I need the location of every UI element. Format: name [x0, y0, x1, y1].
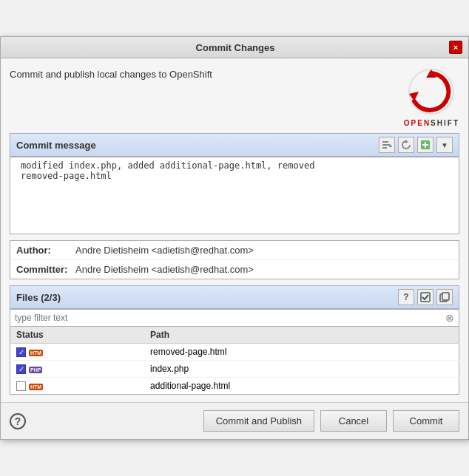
dialog-footer: ? Commit and Publish Cancel Commit [1, 402, 468, 439]
file-path: removed-page.html [144, 344, 459, 361]
commit-publish-button[interactable]: Commit and Publish [203, 410, 314, 432]
dropdown-icon[interactable]: ▼ [436, 137, 453, 153]
svg-rect-3 [382, 141, 388, 143]
committer-row: Committer: Andre Dietisheim <adietish@re… [10, 260, 459, 279]
format-icon[interactable] [379, 137, 395, 153]
add-file-icon[interactable] [417, 137, 433, 153]
files-table-header: Status Path [10, 327, 459, 344]
author-label: Author: [16, 245, 75, 256]
commit-message-toolbar: ▼ [379, 137, 453, 153]
help-button[interactable]: ? [10, 413, 26, 429]
svg-rect-13 [442, 293, 449, 300]
cancel-button[interactable]: Cancel [320, 410, 387, 432]
commit-message-textarea[interactable] [10, 157, 459, 234]
committer-label: Committer: [16, 264, 75, 275]
help-files-icon[interactable]: ? [398, 289, 414, 305]
path-column-header: Path [144, 327, 459, 344]
svg-rect-4 [382, 144, 390, 146]
file-checkbox[interactable] [16, 347, 26, 357]
file-checkbox[interactable] [16, 364, 26, 374]
openshift-logo: OPENSHIFT [404, 66, 459, 127]
file-status-cell: HTM [10, 378, 145, 395]
files-table: Status Path HTMremoved-page.htmlPHPindex… [10, 326, 459, 395]
check-all-icon[interactable] [417, 289, 433, 305]
footer-left: ? [10, 413, 26, 429]
filter-input[interactable] [15, 313, 445, 323]
footer-buttons: Commit and Publish Cancel Commit [203, 410, 459, 432]
file-path: index.php [144, 361, 459, 378]
file-status-cell: PHP [10, 361, 145, 378]
files-section: Files (2/3) ? ⊗ Status [10, 285, 459, 395]
author-section: Author: Andre Dietisheim <adietish@redha… [10, 240, 459, 279]
openshift-icon [405, 66, 457, 118]
close-button[interactable]: × [449, 41, 462, 54]
title-bar: Commit Changes × [1, 37, 468, 58]
file-checkbox[interactable] [16, 381, 26, 391]
revert-icon[interactable] [398, 137, 414, 153]
files-label: Files (2/3) [16, 292, 61, 303]
svg-rect-10 [422, 144, 428, 146]
author-value: Andre Dietisheim <adietish@redhat.com> [75, 245, 254, 256]
commit-message-container: ● [10, 157, 459, 234]
author-row: Author: Andre Dietisheim <adietish@redha… [10, 241, 459, 260]
clear-filter-icon[interactable]: ⊗ [445, 312, 454, 324]
copy-icon[interactable] [436, 289, 453, 305]
status-column-header: Status [10, 327, 145, 344]
filter-row: ⊗ [10, 309, 459, 326]
table-row: HTMremoved-page.html [10, 344, 459, 361]
commit-message-section: Commit message ▼ ● [10, 133, 459, 234]
file-type-icon: HTM [29, 347, 43, 357]
committer-value: Andre Dietisheim <adietish@redhat.com> [75, 264, 254, 275]
openshift-text: OPENSHIFT [404, 119, 459, 127]
svg-rect-5 [382, 147, 387, 149]
commit-changes-dialog: Commit Changes × Commit and publish loca… [0, 36, 469, 440]
files-header-icons: ? [398, 289, 453, 305]
dialog-title: Commit Changes [21, 42, 449, 53]
commit-message-header: Commit message ▼ [10, 133, 459, 157]
file-type-icon: HTM [29, 381, 43, 391]
svg-rect-11 [421, 293, 430, 302]
file-type-icon: PHP [29, 364, 42, 374]
header-description: Commit and publish local changes to Open… [10, 66, 212, 83]
commit-button[interactable]: Commit [393, 410, 459, 432]
table-row: HTMadditional-page.html [10, 378, 459, 395]
files-header: Files (2/3) ? [10, 285, 459, 309]
file-status-cell: HTM [10, 344, 145, 361]
header-section: Commit and publish local changes to Open… [10, 66, 459, 127]
table-row: PHPindex.php [10, 361, 459, 378]
dialog-body: Commit and publish local changes to Open… [1, 58, 468, 402]
commit-message-label: Commit message [16, 140, 96, 151]
file-path: additional-page.html [144, 378, 459, 395]
